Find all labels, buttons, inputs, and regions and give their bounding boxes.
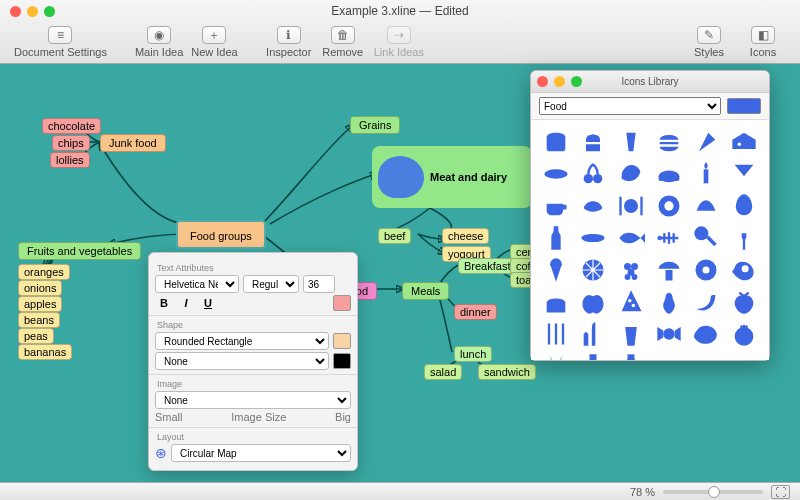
node-oranges[interactable]: oranges bbox=[18, 264, 70, 280]
icons-library-panel[interactable]: Icons Library Food bbox=[530, 70, 770, 361]
node-chips[interactable]: chips bbox=[52, 135, 90, 151]
croissant-icon[interactable] bbox=[577, 192, 611, 220]
svg-rect-8 bbox=[619, 197, 621, 216]
zoom-slider[interactable] bbox=[663, 490, 763, 494]
wine-icon[interactable] bbox=[577, 352, 611, 360]
node-fruits[interactable]: Fruits and vegetables bbox=[18, 242, 141, 260]
fullscreen-icon[interactable]: ⛶ bbox=[771, 485, 790, 499]
node-junkfood[interactable]: Junk food bbox=[100, 134, 166, 152]
font-select[interactable]: Helvetica Neue bbox=[155, 275, 239, 293]
coffee-icon[interactable] bbox=[539, 192, 573, 220]
styles-button[interactable]: ✎Styles bbox=[686, 26, 732, 58]
pizza-icon[interactable] bbox=[614, 288, 648, 316]
bold-button[interactable]: B bbox=[155, 297, 173, 309]
citrus-icon[interactable] bbox=[577, 256, 611, 284]
font-weight-select[interactable]: Regular bbox=[243, 275, 299, 293]
shape-border-swatch[interactable] bbox=[333, 353, 351, 369]
donut-icon[interactable] bbox=[690, 256, 724, 284]
cutlery-icon[interactable] bbox=[539, 320, 573, 348]
icecream-icon[interactable] bbox=[539, 256, 573, 284]
fork-icon[interactable] bbox=[727, 224, 761, 252]
node-beans[interactable]: beans bbox=[18, 312, 60, 328]
document-settings-button[interactable]: ≡Document Settings bbox=[14, 26, 107, 58]
soda-icon[interactable] bbox=[614, 128, 648, 156]
roast-icon[interactable] bbox=[652, 160, 686, 188]
node-center[interactable]: Food groups bbox=[176, 220, 266, 249]
bottle-icon[interactable] bbox=[539, 224, 573, 252]
cake-icon[interactable] bbox=[539, 288, 573, 316]
strawberry-icon[interactable] bbox=[727, 288, 761, 316]
node-beef[interactable]: beef bbox=[378, 228, 411, 244]
steak-icon[interactable] bbox=[690, 320, 724, 348]
new-idea-button[interactable]: ＋New Idea bbox=[191, 26, 237, 58]
italic-button[interactable]: I bbox=[177, 297, 195, 309]
banana-icon[interactable] bbox=[690, 288, 724, 316]
plate-fork-knife-icon[interactable] bbox=[614, 192, 648, 220]
shape-select[interactable]: Rounded Rectangle bbox=[155, 332, 329, 350]
underline-button[interactable]: U bbox=[199, 297, 217, 309]
icons-button[interactable]: ◧Icons bbox=[740, 26, 786, 58]
shape-fill-swatch[interactable] bbox=[333, 333, 351, 349]
icon-category-select[interactable]: Food bbox=[539, 97, 721, 115]
carrot-icon[interactable] bbox=[690, 128, 724, 156]
bread-icon[interactable] bbox=[539, 128, 573, 156]
svg-point-32 bbox=[663, 328, 675, 340]
node-chocolate[interactable]: chocolate bbox=[42, 118, 101, 134]
burger-icon[interactable] bbox=[652, 128, 686, 156]
inspector-icon: ℹ︎ bbox=[277, 26, 301, 44]
candle-icon[interactable] bbox=[690, 160, 724, 188]
pear-icon[interactable] bbox=[652, 288, 686, 316]
utensils-icon[interactable] bbox=[577, 320, 611, 348]
drumstick-icon[interactable] bbox=[690, 224, 724, 252]
inspector-button[interactable]: ℹ︎Inspector bbox=[266, 26, 312, 58]
remove-button[interactable]: 🗑Remove bbox=[320, 26, 366, 58]
node-breakfast[interactable]: Breakfast bbox=[458, 258, 516, 274]
font-size-input[interactable] bbox=[303, 275, 335, 293]
node-lollies[interactable]: lollies bbox=[50, 152, 90, 168]
grapes-icon[interactable] bbox=[614, 256, 648, 284]
hotdog2-icon[interactable] bbox=[577, 224, 611, 252]
svg-rect-29 bbox=[548, 324, 550, 345]
fishbone-icon[interactable] bbox=[652, 224, 686, 252]
layout-select[interactable]: Circular Map bbox=[171, 444, 351, 462]
tomato-icon[interactable] bbox=[727, 320, 761, 348]
text-color-swatch[interactable] bbox=[333, 295, 351, 311]
node-grains[interactable]: Grains bbox=[350, 116, 400, 134]
node-dinner[interactable]: dinner bbox=[454, 304, 497, 320]
icon-color-swatch[interactable] bbox=[727, 98, 761, 114]
node-meals[interactable]: Meals bbox=[402, 282, 449, 300]
champagne-icon[interactable] bbox=[539, 352, 573, 360]
apple-icon[interactable] bbox=[577, 288, 611, 316]
plate-icon[interactable] bbox=[652, 192, 686, 220]
hotdog-icon[interactable] bbox=[539, 160, 573, 188]
poultry-icon[interactable] bbox=[614, 160, 648, 188]
main-idea-button[interactable]: ◉Main Idea bbox=[135, 26, 183, 58]
cheese-icon[interactable] bbox=[727, 128, 761, 156]
spaghetti-icon[interactable] bbox=[690, 192, 724, 220]
image-select[interactable]: None bbox=[155, 391, 351, 409]
node-peas[interactable]: peas bbox=[18, 328, 54, 344]
mushroom-icon[interactable] bbox=[652, 256, 686, 284]
node-apples[interactable]: apples bbox=[18, 296, 62, 312]
shape-border-select[interactable]: None bbox=[155, 352, 329, 370]
node-sandwich[interactable]: sandwich bbox=[478, 364, 536, 380]
link-ideas-button: ⇢Link Ideas bbox=[374, 26, 424, 58]
node-cheese[interactable]: cheese bbox=[442, 228, 489, 244]
svg-point-1 bbox=[544, 169, 567, 178]
cherry-icon[interactable] bbox=[577, 160, 611, 188]
chef-hat-icon[interactable] bbox=[577, 128, 611, 156]
node-onions[interactable]: onions bbox=[18, 280, 62, 296]
friedegg-icon[interactable] bbox=[727, 256, 761, 284]
fish-icon[interactable] bbox=[614, 224, 648, 252]
layout-section: Layout bbox=[157, 432, 349, 442]
winebottle-icon[interactable] bbox=[614, 352, 648, 360]
node-salad[interactable]: salad bbox=[424, 364, 462, 380]
node-meat-dairy[interactable]: Meat and dairy bbox=[372, 146, 532, 208]
svg-point-2 bbox=[584, 174, 593, 183]
cocktail-icon[interactable] bbox=[727, 160, 761, 188]
node-bananas[interactable]: bananas bbox=[18, 344, 72, 360]
egg-icon[interactable] bbox=[727, 192, 761, 220]
glass-straw-icon[interactable] bbox=[614, 320, 648, 348]
node-lunch[interactable]: lunch bbox=[454, 346, 492, 362]
candy-icon[interactable] bbox=[652, 320, 686, 348]
